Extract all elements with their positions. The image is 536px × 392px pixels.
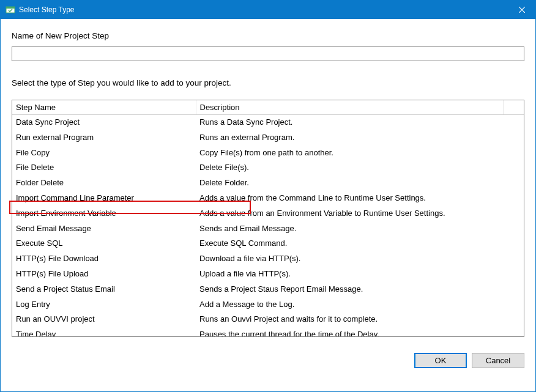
cell-description: Pauses the current thread for the time o… [196,327,503,337]
cell-description: Adds a value from an Environment Variabl… [196,206,503,221]
cancel-button[interactable]: Cancel [472,353,524,368]
table-row[interactable]: HTTP(s) File DownloadDownload a file via… [12,251,524,267]
table-row[interactable]: Import Environment VariableAdds a value … [12,206,524,221]
cell-step-name: File Delete [12,160,196,176]
close-icon [519,7,525,13]
table-row[interactable]: File DeleteDelete File(s). [12,160,524,176]
cell-step-name: Execute SQL [12,236,196,251]
instruction-text: Select the type of Step you would like t… [12,78,524,87]
cell-description: Runs a Data Sync Project. [196,115,503,130]
table-row[interactable]: Send a Project Status EmailSends a Proje… [12,282,524,297]
cell-step-name: Data Sync Project [12,115,196,130]
cell-step-name: File Copy [12,146,196,161]
cell-empty [503,130,524,146]
cell-empty [503,312,524,327]
close-button[interactable] [508,1,535,19]
cell-description: Runs an Ouvvi Project and waits for it t… [196,312,503,327]
cell-description: Upload a file via HTTP(s). [196,267,503,282]
cell-description: Copy File(s) from one path to another. [196,146,503,161]
cell-empty [503,327,524,337]
step-name-input[interactable] [12,46,524,61]
cell-empty [503,115,524,130]
table-row[interactable]: Folder DeleteDelete Folder. [12,176,524,191]
cell-step-name: Folder Delete [12,176,196,191]
cell-description: Adds a value from the Command Line to Ru… [196,191,503,206]
cell-step-name: HTTP(s) File Download [12,251,196,267]
column-header-name[interactable]: Step Name [12,100,196,115]
column-header-empty [503,100,524,115]
cell-step-name: Send Email Message [12,221,196,237]
table-row[interactable]: File CopyCopy File(s) from one path to a… [12,146,524,161]
table-row[interactable]: Run an OUVVI projectRuns an Ouvvi Projec… [12,312,524,327]
cell-description: Sends and Email Message. [196,221,503,237]
table-row[interactable]: Data Sync ProjectRuns a Data Sync Projec… [12,115,524,130]
cell-description: Execute SQL Command. [196,236,503,251]
cell-step-name: Run an OUVVI project [12,312,196,327]
cell-description: Download a file via HTTP(s). [196,251,503,267]
cell-empty [503,206,524,221]
table-row[interactable]: Send Email MessageSends and Email Messag… [12,221,524,237]
cell-empty [503,251,524,267]
cell-step-name: Send a Project Status Email [12,282,196,297]
table-row[interactable]: Import Command Line ParameterAdds a valu… [12,191,524,206]
table-header-row: Step Name Description [12,100,524,115]
name-label: Name of New Project Step [12,31,524,40]
cell-empty [503,297,524,312]
window-title: Select Step Type [19,6,508,14]
titlebar: Select Step Type [1,1,535,19]
table-row[interactable]: Time DelayPauses the current thread for … [12,327,524,337]
cell-empty [503,176,524,191]
cell-description: Runs an external Program. [196,130,503,146]
ok-button[interactable]: OK [414,353,467,368]
dialog-content: Name of New Project Step Select the type… [1,19,535,344]
cell-description: Delete File(s). [196,160,503,176]
cell-step-name: Run external Program [12,130,196,146]
table-row[interactable]: Run external ProgramRuns an external Pro… [12,130,524,146]
cell-description: Sends a Project Staus Report Email Messa… [196,282,503,297]
app-icon [6,5,15,15]
button-row: OK Cancel [1,344,535,377]
column-header-description[interactable]: Description [196,100,503,115]
cell-step-name: Time Delay [12,327,196,337]
svg-rect-1 [6,7,15,9]
cell-step-name: Import Command Line Parameter [12,191,196,206]
cell-empty [503,236,524,251]
cell-empty [503,160,524,176]
table-row[interactable]: HTTP(s) File UploadUpload a file via HTT… [12,267,524,282]
cell-empty [503,146,524,161]
cell-step-name: Log Entry [12,297,196,312]
cell-empty [503,191,524,206]
table-row[interactable]: Log EntryAdd a Message to the Log. [12,297,524,312]
cell-empty [503,282,524,297]
table-row[interactable]: Execute SQLExecute SQL Command. [12,236,524,251]
step-type-table: Step Name Description Data Sync ProjectR… [12,100,524,337]
cell-step-name: HTTP(s) File Upload [12,267,196,282]
cell-description: Add a Message to the Log. [196,297,503,312]
cell-empty [503,267,524,282]
cell-step-name: Import Environment Variable [12,206,196,221]
cell-description: Delete Folder. [196,176,503,191]
cell-empty [503,221,524,237]
